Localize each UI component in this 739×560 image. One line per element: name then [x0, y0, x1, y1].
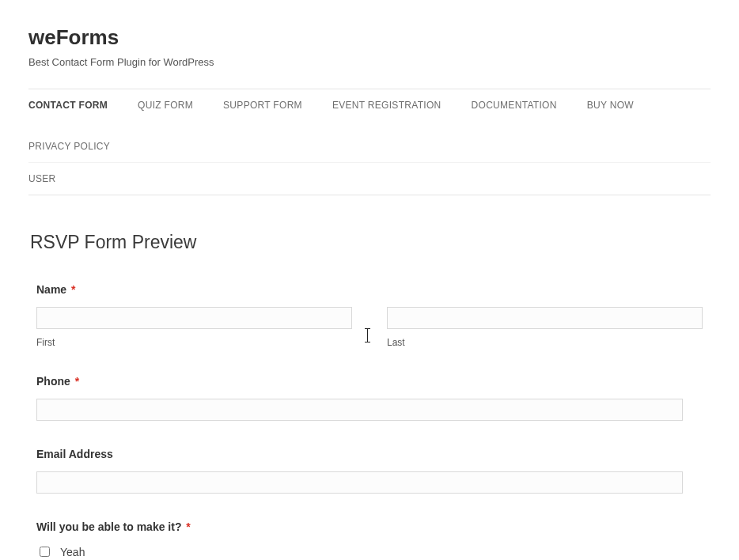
nav-item-event-registration[interactable]: EVENT REGISTRATION	[332, 100, 442, 111]
required-marker: *	[186, 520, 190, 533]
nav-item-user[interactable]: USER	[28, 173, 56, 184]
attend-option-label: Yeah	[60, 546, 85, 558]
name-field: Name * First Last	[36, 283, 703, 348]
nav-item-privacy-policy[interactable]: PRIVACY POLICY	[28, 141, 110, 152]
nav-item-contact-form[interactable]: CONTACT FORM	[28, 100, 108, 111]
attend-field: Will you be able to make it? * Yeah May …	[36, 520, 703, 560]
primary-nav: CONTACT FORM QUIZ FORM SUPPORT FORM EVEN…	[28, 89, 711, 195]
phone-field: Phone *	[36, 375, 703, 421]
first-name-input[interactable]	[36, 307, 352, 329]
attend-option-yeah[interactable]: Yeah	[36, 544, 703, 559]
nav-item-buy-now[interactable]: BUY NOW	[587, 100, 634, 111]
email-field: Email Address	[36, 448, 703, 494]
nav-item-support-form[interactable]: SUPPORT FORM	[223, 100, 302, 111]
text-cursor-icon	[367, 329, 368, 342]
email-input[interactable]	[36, 471, 683, 494]
phone-label-text: Phone	[36, 375, 70, 388]
attend-checkbox-yeah[interactable]	[40, 547, 50, 557]
page-title: RSVP Form Preview	[30, 232, 711, 253]
name-label-text: Name	[36, 283, 66, 296]
site-tagline: Best Contact Form Plugin for WordPress	[28, 56, 711, 68]
phone-input[interactable]	[36, 399, 683, 421]
attend-label-text: Will you be able to make it?	[36, 520, 181, 533]
last-name-sublabel: Last	[387, 337, 703, 348]
rsvp-form: Name * First Last Phone * Em	[28, 283, 711, 560]
attend-label: Will you be able to make it? *	[36, 520, 703, 533]
site-title: weForms	[28, 25, 711, 50]
phone-label: Phone *	[36, 375, 703, 388]
email-label: Email Address	[36, 448, 703, 460]
required-marker: *	[71, 283, 75, 296]
name-label: Name *	[36, 283, 703, 296]
nav-item-documentation[interactable]: DOCUMENTATION	[472, 100, 557, 111]
first-name-sublabel: First	[36, 337, 352, 348]
required-marker: *	[75, 375, 79, 388]
last-name-input[interactable]	[387, 307, 703, 329]
nav-item-quiz-form[interactable]: QUIZ FORM	[138, 100, 193, 111]
